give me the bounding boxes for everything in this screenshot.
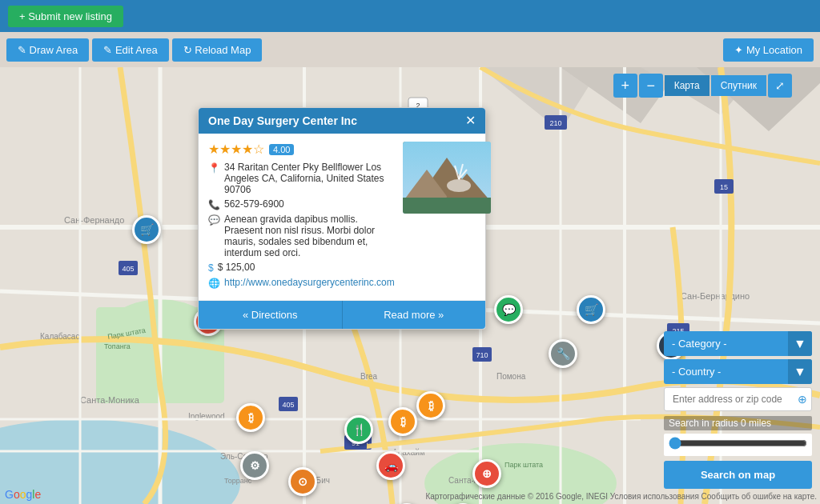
my-location-button[interactable]: ✦ My Location — [723, 38, 814, 62]
marker-btc-3[interactable]: ₿ — [416, 391, 445, 420]
country-select[interactable]: - Country - — [664, 359, 812, 384]
popup-phone: 📞 562-579-6900 — [208, 198, 395, 210]
marker-btc-2[interactable]: ₿ — [388, 407, 417, 436]
price-icon: $ — [208, 262, 214, 274]
search-map-button[interactable]: Search on map — [664, 461, 812, 489]
svg-rect-61 — [403, 198, 491, 214]
svg-text:210: 210 — [549, 119, 561, 127]
zoom-in-button[interactable]: + — [613, 74, 637, 98]
zoom-out-button[interactable]: − — [639, 74, 663, 98]
popup-stars: ★★★★☆ 4.00 — [208, 142, 395, 157]
svg-text:Brea: Brea — [360, 372, 378, 381]
category-select[interactable]: - Category - — [664, 331, 812, 356]
marker-gray-wrench[interactable]: 🔧 — [549, 339, 577, 368]
star-rating-badge: 4.00 — [269, 144, 294, 155]
google-logo: Google — [5, 488, 41, 501]
svg-text:Сан-Фернандо: Сан-Фернандо — [64, 215, 124, 225]
fullscreen-button[interactable]: ⤢ — [768, 74, 792, 98]
read-more-button[interactable]: Read more » — [343, 301, 486, 329]
top-bar: + Submit new listing — [0, 0, 820, 32]
radius-slider[interactable] — [669, 437, 807, 450]
country-select-wrap: - Country - ▼ — [664, 359, 812, 384]
directions-button[interactable]: « Directions — [199, 301, 343, 329]
radius-slider-wrap — [664, 434, 812, 456]
svg-text:Парк штата: Парк штата — [504, 461, 543, 469]
marker-green-fork[interactable]: 🍴 — [344, 415, 373, 444]
svg-text:Топанга: Топанга — [104, 342, 131, 350]
popup-header: One Day Surgery Center Inc ✕ — [199, 108, 485, 134]
submit-listing-button[interactable]: + Submit new listing — [8, 6, 123, 27]
marker-red-cross[interactable]: ⊕ — [472, 459, 501, 488]
popup-title: One Day Surgery Center Inc — [208, 114, 357, 127]
edit-area-button[interactable]: ✎ Edit Area — [92, 38, 168, 62]
map-controls-bar: ✎ Draw Area ✎ Edit Area ↻ Reload Map ✦ M… — [0, 32, 820, 67]
marker-blue-1[interactable]: 🛒 — [132, 215, 161, 244]
popup-website: 🌐 http://www.onedaysurgerycenterinc.com — [208, 277, 395, 289]
category-select-wrap: - Category - ▼ — [664, 331, 812, 356]
marker-blue-cart[interactable]: 🛒 — [577, 295, 605, 324]
address-input-wrap: ⊕ — [664, 387, 812, 411]
comment-icon: 💬 — [208, 214, 220, 226]
map-view-button[interactable]: Карта — [665, 75, 709, 96]
popup-address: 📍 34 Raritan Center Pky Bellflower Los A… — [208, 162, 395, 195]
popup-body: ★★★★☆ 4.00 📍 34 Raritan Center Pky Bellf… — [199, 134, 485, 300]
svg-text:Калабасас: Калабасас — [40, 332, 79, 341]
popup-footer: « Directions Read more » — [199, 300, 485, 329]
marker-green-chat[interactable]: 💬 — [494, 295, 523, 324]
svg-point-62 — [447, 179, 471, 192]
map-attribution: Картографические данные © 2016 Google, I… — [425, 492, 817, 501]
radius-label: Search in radius 0 miles — [664, 416, 812, 430]
svg-text:15: 15 — [720, 183, 728, 191]
popup-price: $ $ 125,00 — [208, 262, 395, 274]
svg-text:Сан-Бернардино: Сан-Бернардино — [681, 291, 750, 301]
location-icon: 📍 — [208, 162, 220, 174]
popup-close-button[interactable]: ✕ — [465, 114, 476, 127]
sidebar-panel: - Category - ▼ - Country - ▼ ⊕ Search in… — [664, 331, 812, 489]
marker-red-auto[interactable]: 🚗 — [376, 451, 405, 480]
svg-text:710: 710 — [476, 351, 488, 359]
target-icon: ⊕ — [798, 393, 807, 406]
svg-text:405: 405 — [282, 401, 294, 409]
marker-orange-1[interactable]: ⊙ — [288, 467, 317, 496]
popup-description: 💬 Aenean gravida dapibus mollis. Praesen… — [208, 214, 395, 258]
svg-text:Санта-Моника: Санта-Моника — [80, 395, 140, 405]
map-area[interactable]: 405 405 710 605 Сан-Фернандо Калабасас С… — [0, 67, 820, 504]
listing-popup: One Day Surgery Center Inc ✕ ★★★★☆ 4.00 … — [198, 107, 486, 330]
globe-icon: 🌐 — [208, 278, 220, 289]
map-type-controls: + − Карта Спутник ⤢ — [613, 74, 792, 98]
address-input[interactable] — [664, 387, 812, 411]
popup-info: ★★★★☆ 4.00 📍 34 Raritan Center Pky Bellf… — [208, 142, 395, 292]
svg-text:405: 405 — [122, 265, 134, 273]
marker-gray-1[interactable]: ⚙ — [240, 451, 269, 480]
reload-map-button[interactable]: ↻ Reload Map — [172, 38, 263, 62]
satellite-view-button[interactable]: Спутник — [711, 75, 766, 96]
phone-icon: 📞 — [208, 199, 220, 210]
marker-btc-1[interactable]: ₿ — [236, 403, 265, 432]
popup-image-placeholder — [403, 142, 491, 214]
svg-text:Помона: Помона — [496, 372, 526, 381]
popup-image — [403, 142, 491, 214]
draw-area-button[interactable]: ✎ Draw Area — [6, 38, 89, 62]
popup-website-link[interactable]: http://www.onedaysurgerycenterinc.com — [224, 277, 395, 288]
